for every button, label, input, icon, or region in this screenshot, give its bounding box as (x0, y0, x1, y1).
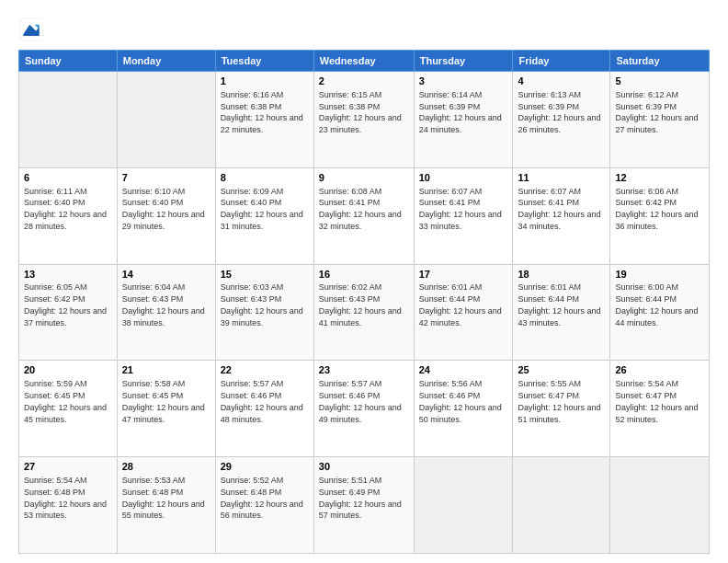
day-info: Sunrise: 6:02 AMSunset: 6:43 PMDaylight:… (319, 282, 402, 327)
day-info: Sunrise: 5:58 AMSunset: 6:45 PMDaylight:… (122, 379, 205, 423)
day-info: Sunrise: 5:55 AMSunset: 6:47 PMDaylight:… (518, 379, 600, 423)
calendar-cell: 18Sunrise: 6:01 AMSunset: 6:44 PMDayligh… (513, 264, 610, 361)
calendar-cell (414, 457, 513, 554)
logo (18, 17, 48, 42)
weekday-header-tuesday: Tuesday (215, 51, 313, 72)
day-number: 5 (615, 75, 704, 88)
day-info: Sunrise: 6:07 AMSunset: 6:41 PMDaylight:… (419, 187, 502, 231)
day-number: 4 (518, 75, 605, 88)
day-number: 14 (122, 268, 210, 282)
calendar-week-5: 27Sunrise: 5:54 AMSunset: 6:48 PMDayligh… (19, 457, 710, 554)
calendar-cell: 5Sunrise: 6:12 AMSunset: 6:39 PMDaylight… (610, 72, 710, 168)
calendar-cell (513, 457, 610, 554)
calendar-cell: 21Sunrise: 5:58 AMSunset: 6:45 PMDayligh… (117, 361, 215, 457)
calendar-table: SundayMondayTuesdayWednesdayThursdayFrid… (18, 50, 710, 554)
day-info: Sunrise: 6:04 AMSunset: 6:43 PMDaylight:… (122, 282, 205, 327)
day-info: Sunrise: 6:09 AMSunset: 6:40 PMDaylight:… (221, 187, 303, 231)
calendar-cell: 17Sunrise: 6:01 AMSunset: 6:44 PMDayligh… (414, 264, 513, 361)
day-number: 30 (319, 460, 409, 474)
day-number: 24 (419, 363, 508, 377)
day-number: 16 (319, 268, 409, 282)
calendar-cell: 25Sunrise: 5:55 AMSunset: 6:47 PMDayligh… (513, 361, 610, 457)
day-number: 25 (518, 363, 605, 377)
calendar-cell: 11Sunrise: 6:07 AMSunset: 6:41 PMDayligh… (513, 167, 610, 264)
day-info: Sunrise: 6:00 AMSunset: 6:44 PMDaylight:… (615, 282, 698, 327)
day-info: Sunrise: 6:12 AMSunset: 6:39 PMDaylight:… (615, 90, 698, 134)
day-info: Sunrise: 5:57 AMSunset: 6:46 PMDaylight:… (319, 379, 402, 423)
day-info: Sunrise: 5:54 AMSunset: 6:47 PMDaylight:… (615, 379, 698, 423)
day-info: Sunrise: 5:51 AMSunset: 6:49 PMDaylight:… (319, 476, 402, 520)
day-number: 26 (615, 363, 704, 377)
day-number: 19 (615, 268, 704, 282)
header (18, 17, 710, 42)
calendar-cell: 7Sunrise: 6:10 AMSunset: 6:40 PMDaylight… (117, 167, 215, 264)
calendar-cell: 29Sunrise: 5:52 AMSunset: 6:48 PMDayligh… (215, 457, 313, 554)
day-number: 7 (122, 171, 210, 185)
calendar-cell: 4Sunrise: 6:13 AMSunset: 6:39 PMDaylight… (513, 72, 610, 168)
day-number: 28 (122, 460, 210, 474)
weekday-header-wednesday: Wednesday (313, 51, 414, 72)
calendar-week-2: 6Sunrise: 6:11 AMSunset: 6:40 PMDaylight… (19, 167, 710, 264)
calendar-cell: 8Sunrise: 6:09 AMSunset: 6:40 PMDaylight… (215, 167, 313, 264)
day-info: Sunrise: 6:16 AMSunset: 6:38 PMDaylight:… (221, 90, 303, 134)
weekday-header-thursday: Thursday (414, 51, 513, 72)
day-number: 1 (221, 75, 309, 88)
day-info: Sunrise: 6:01 AMSunset: 6:44 PMDaylight:… (518, 282, 600, 327)
day-info: Sunrise: 6:06 AMSunset: 6:42 PMDaylight:… (615, 187, 698, 231)
day-info: Sunrise: 6:05 AMSunset: 6:42 PMDaylight:… (24, 282, 107, 327)
day-number: 6 (24, 171, 112, 185)
day-info: Sunrise: 5:54 AMSunset: 6:48 PMDaylight:… (24, 476, 107, 520)
day-number: 3 (419, 75, 508, 88)
day-info: Sunrise: 6:01 AMSunset: 6:44 PMDaylight:… (419, 282, 502, 327)
calendar-cell: 3Sunrise: 6:14 AMSunset: 6:39 PMDaylight… (414, 72, 513, 168)
weekday-header-sunday: Sunday (19, 51, 118, 72)
day-info: Sunrise: 6:11 AMSunset: 6:40 PMDaylight:… (24, 187, 107, 231)
day-info: Sunrise: 5:56 AMSunset: 6:46 PMDaylight:… (419, 379, 502, 423)
day-number: 15 (221, 268, 309, 282)
day-number: 23 (319, 363, 409, 377)
day-number: 9 (319, 171, 409, 185)
calendar-cell: 28Sunrise: 5:53 AMSunset: 6:48 PMDayligh… (117, 457, 215, 554)
day-number: 27 (24, 460, 112, 474)
calendar-cell: 1Sunrise: 6:16 AMSunset: 6:38 PMDaylight… (215, 72, 313, 168)
day-info: Sunrise: 6:10 AMSunset: 6:40 PMDaylight:… (122, 187, 205, 231)
day-number: 2 (319, 75, 409, 88)
calendar-cell: 13Sunrise: 6:05 AMSunset: 6:42 PMDayligh… (19, 264, 118, 361)
logo-icon (18, 17, 44, 42)
day-number: 29 (221, 460, 309, 474)
calendar-cell: 24Sunrise: 5:56 AMSunset: 6:46 PMDayligh… (414, 361, 513, 457)
calendar-cell: 19Sunrise: 6:00 AMSunset: 6:44 PMDayligh… (610, 264, 710, 361)
calendar-cell: 2Sunrise: 6:15 AMSunset: 6:38 PMDaylight… (313, 72, 414, 168)
calendar-cell: 10Sunrise: 6:07 AMSunset: 6:41 PMDayligh… (414, 167, 513, 264)
calendar-week-4: 20Sunrise: 5:59 AMSunset: 6:45 PMDayligh… (19, 361, 710, 457)
day-info: Sunrise: 5:52 AMSunset: 6:48 PMDaylight:… (221, 476, 303, 520)
day-info: Sunrise: 5:57 AMSunset: 6:46 PMDaylight:… (221, 379, 303, 423)
day-number: 8 (221, 171, 309, 185)
day-info: Sunrise: 6:15 AMSunset: 6:38 PMDaylight:… (319, 90, 402, 134)
calendar-cell: 20Sunrise: 5:59 AMSunset: 6:45 PMDayligh… (19, 361, 118, 457)
calendar-cell (117, 72, 215, 168)
calendar-cell (19, 72, 118, 168)
day-number: 18 (518, 268, 605, 282)
day-number: 12 (615, 171, 704, 185)
calendar-cell: 26Sunrise: 5:54 AMSunset: 6:47 PMDayligh… (610, 361, 710, 457)
day-info: Sunrise: 5:53 AMSunset: 6:48 PMDaylight:… (122, 476, 205, 520)
calendar-week-1: 1Sunrise: 6:16 AMSunset: 6:38 PMDaylight… (19, 72, 710, 168)
day-number: 20 (24, 363, 112, 377)
weekday-header-monday: Monday (117, 51, 215, 72)
day-number: 22 (221, 363, 309, 377)
weekday-header-saturday: Saturday (610, 51, 710, 72)
calendar-cell: 30Sunrise: 5:51 AMSunset: 6:49 PMDayligh… (313, 457, 414, 554)
day-info: Sunrise: 6:13 AMSunset: 6:39 PMDaylight:… (518, 90, 600, 134)
calendar-cell: 23Sunrise: 5:57 AMSunset: 6:46 PMDayligh… (313, 361, 414, 457)
page: SundayMondayTuesdayWednesdayThursdayFrid… (0, 0, 728, 563)
calendar-cell: 15Sunrise: 6:03 AMSunset: 6:43 PMDayligh… (215, 264, 313, 361)
day-number: 10 (419, 171, 508, 185)
calendar-header-row: SundayMondayTuesdayWednesdayThursdayFrid… (19, 51, 710, 72)
day-number: 13 (24, 268, 112, 282)
day-info: Sunrise: 6:14 AMSunset: 6:39 PMDaylight:… (419, 90, 502, 134)
calendar-cell: 6Sunrise: 6:11 AMSunset: 6:40 PMDaylight… (19, 167, 118, 264)
day-info: Sunrise: 6:03 AMSunset: 6:43 PMDaylight:… (221, 282, 303, 327)
day-info: Sunrise: 6:07 AMSunset: 6:41 PMDaylight:… (518, 187, 600, 231)
day-number: 17 (419, 268, 508, 282)
